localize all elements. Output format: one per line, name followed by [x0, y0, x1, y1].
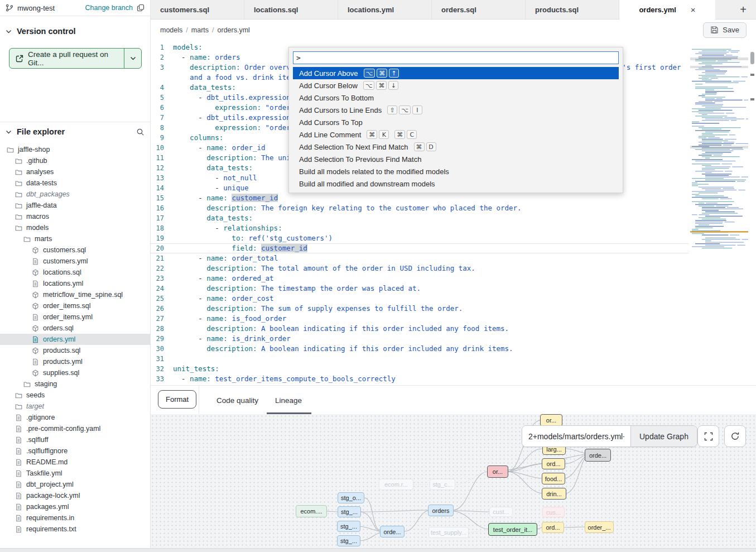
tab-code-quality[interactable]: Code quality	[216, 386, 258, 415]
palette-item[interactable]: Add Cursors To Bottom	[293, 92, 619, 104]
tree-item-metricflow_time_spine.sql[interactable]: metricflow_time_spine.sql	[0, 289, 150, 300]
tree-item-Taskfile.yml[interactable]: Taskfile.yml	[0, 468, 150, 479]
pr-dropdown-chevron[interactable]	[124, 49, 141, 68]
code-line[interactable]: 31	[151, 354, 689, 364]
code-line[interactable]: 24 description: The timestamp the order …	[151, 284, 689, 294]
format-button[interactable]: Format	[158, 390, 196, 409]
new-tab-button[interactable]: +	[730, 0, 756, 19]
lineage-node-or[interactable]: or...	[540, 414, 562, 426]
refresh-button[interactable]	[724, 425, 746, 447]
tree-item-products.sql[interactable]: products.sql	[0, 345, 150, 356]
tree-item-dbt_packages[interactable]: dbt_packages	[0, 189, 150, 200]
tree-item-marts[interactable]: marts	[0, 233, 150, 244]
tree-item-.pre-commit-config.yaml[interactable]: .pre-commit-config.yaml	[0, 423, 150, 434]
chevron-down-icon[interactable]	[6, 129, 12, 135]
lineage-node-drin[interactable]: drin...	[542, 488, 566, 500]
lineage-node-cust[interactable]: cust...	[489, 507, 513, 517]
palette-item[interactable]: Add Cursor Below⌥⌘↓	[293, 79, 619, 92]
palette-item[interactable]: Add Cursors to Line Ends⇧⌥I	[293, 104, 619, 116]
code-line[interactable]: 29 - name: is_drink_order	[151, 334, 689, 344]
lineage-node-stg_c[interactable]: stg_c...	[430, 479, 455, 490]
tree-item-package-lock.yml[interactable]: package-lock.yml	[0, 490, 150, 501]
tree-item-requirements.txt[interactable]: requirements.txt	[0, 524, 150, 535]
tree-item-customers.sql[interactable]: customers.sql	[0, 244, 150, 256]
code-line[interactable]: 17 data_tests:	[151, 213, 689, 223]
copy-icon[interactable]	[137, 4, 145, 12]
code-line[interactable]: 23 - name: ordered_at	[151, 273, 689, 284]
tree-item-macros[interactable]: macros	[0, 211, 150, 222]
lineage-node-ord[interactable]: ord...	[542, 522, 564, 533]
tree-item-locations.yml[interactable]: locations.yml	[0, 278, 150, 289]
lineage-node-or[interactable]: or...	[487, 465, 508, 478]
lineage-node-stg_[interactable]: stg_...	[337, 521, 360, 532]
breadcrumb-item[interactable]: orders.yml	[218, 26, 250, 34]
tree-item-README.md[interactable]: README.md	[0, 457, 150, 468]
tree-item-requirements.in[interactable]: requirements.in	[0, 512, 150, 524]
tree-item-.gitignore[interactable]: .gitignore	[0, 412, 150, 423]
tree-item-target[interactable]: target	[0, 401, 150, 412]
palette-item[interactable]: Build all modified and downstream models	[293, 177, 619, 190]
code-line[interactable]: 27 - name: is_food_order	[151, 314, 689, 324]
tree-item-order_items.yml[interactable]: order_items.yml	[0, 311, 150, 323]
horizontal-scrollbar[interactable]	[0, 548, 756, 552]
lineage-node-ord[interactable]: ord...	[542, 458, 565, 469]
vertical-scrollbar[interactable]	[750, 40, 755, 385]
breadcrumb-item[interactable]: models	[160, 26, 182, 34]
lineage-node-orders[interactable]: orders	[428, 505, 454, 516]
tree-item-locations.sql[interactable]: locations.sql	[0, 267, 150, 278]
tab-lineage[interactable]: Lineage	[275, 386, 302, 415]
close-icon[interactable]: ×	[691, 5, 696, 15]
palette-item[interactable]: Add Selection To Next Find Match⌘D	[293, 141, 619, 153]
tree-item-.github[interactable]: .github	[0, 155, 150, 166]
scrollbar-thumb[interactable]	[750, 52, 754, 64]
lineage-node-order_[interactable]: order_...	[585, 521, 614, 533]
command-palette-input[interactable]	[293, 51, 619, 64]
lineage-node-cus[interactable]: cus...	[542, 507, 565, 517]
palette-item[interactable]: Build all models related to the modified…	[293, 165, 619, 177]
code-line[interactable]: 22 description: The total amount of the …	[151, 263, 689, 273]
chevron-down-icon[interactable]	[6, 28, 12, 35]
tree-item-packages.yml[interactable]: packages.yml	[0, 501, 150, 512]
lineage-selector-input[interactable]	[522, 426, 630, 447]
code-line[interactable]: 16 description: The foreign key relating…	[151, 203, 689, 213]
create-pull-request-button[interactable]: Create a pull request on Git...	[9, 48, 142, 69]
minimap[interactable]	[690, 47, 748, 251]
lineage-node-test_supply[interactable]: test_supply...	[428, 527, 469, 538]
tree-item-.sqlfluff[interactable]: .sqlfluff	[0, 434, 150, 445]
tab-locations.sql[interactable]: locations.sql	[244, 0, 338, 19]
tree-item-.sqlfluffignore[interactable]: .sqlfluffignore	[0, 445, 150, 457]
lineage-node-ecom[interactable]: ecom....	[296, 505, 327, 517]
code-line[interactable]: 18 - relationships:	[151, 223, 689, 233]
lineage-node-orde[interactable]: orde...	[585, 449, 611, 462]
tree-item-dbt_project.yml[interactable]: dbt_project.yml	[0, 479, 150, 490]
lineage-node-test_order_it[interactable]: test_order_it...	[488, 523, 537, 536]
code-line[interactable]: 15 - name: customer_id	[151, 193, 689, 203]
palette-item[interactable]: Add Selection To Previous Find Match	[293, 153, 619, 165]
tree-item-analyses[interactable]: analyses	[0, 166, 150, 177]
lineage-node-food[interactable]: food...	[542, 473, 565, 484]
update-graph-button[interactable]: Update Graph	[630, 426, 697, 447]
code-line[interactable]: 28 description: A boolean indicating if …	[151, 324, 689, 334]
lineage-node-stg_[interactable]: stg_...	[338, 506, 361, 517]
tree-item-customers.yml[interactable]: customers.yml	[0, 256, 150, 267]
lineage-node-orde[interactable]: orde...	[380, 526, 405, 537]
code-line[interactable]: 33 - name: test_order_items_compute_to_b…	[151, 374, 689, 384]
tree-item-order_items.sql[interactable]: order_items.sql	[0, 300, 150, 311]
tree-item-data-tests[interactable]: data-tests	[0, 177, 150, 189]
code-line[interactable]: 26 description: The sum of supply expens…	[151, 304, 689, 314]
fullscreen-button[interactable]	[697, 425, 719, 447]
palette-item[interactable]: Add Cursor Above⌥⌘↑	[293, 67, 619, 79]
code-line[interactable]: 20 field: customer_id	[151, 243, 689, 253]
lineage-node-stg_o[interactable]: stg_o...	[338, 492, 364, 503]
tree-item-models[interactable]: models	[0, 222, 150, 233]
tree-item-orders.yml[interactable]: orders.yml	[0, 334, 150, 345]
code-line[interactable]: 19 to: ref('stg_customers')	[151, 233, 689, 243]
lineage-node-stg_[interactable]: stg_...	[337, 535, 360, 546]
tree-item-seeds[interactable]: seeds	[0, 390, 150, 401]
palette-item[interactable]: Add Cursors To Top	[293, 116, 619, 128]
tree-item-staging[interactable]: staging	[0, 378, 150, 390]
tree-item-orders.sql[interactable]: orders.sql	[0, 323, 150, 334]
tree-item-products.yml[interactable]: products.yml	[0, 356, 150, 367]
code-line[interactable]: 21 - name: order_total	[151, 253, 689, 263]
tab-customers.sql[interactable]: customers.sql	[151, 0, 244, 19]
